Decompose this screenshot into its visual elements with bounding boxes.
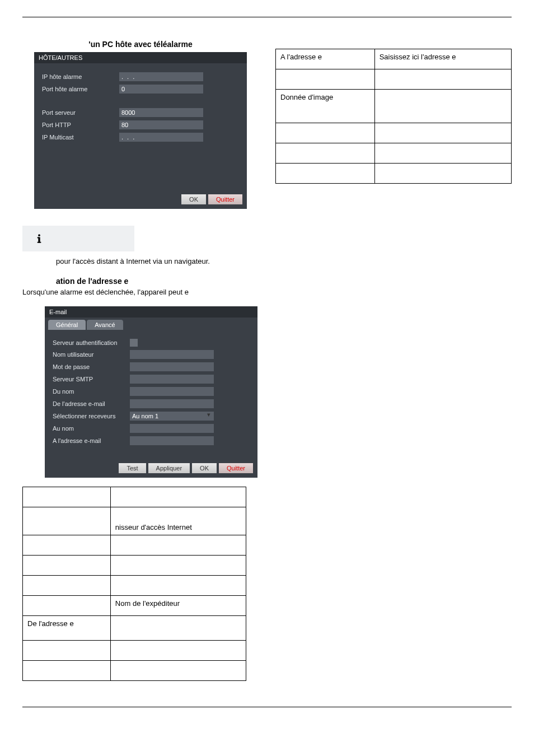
recv-select[interactable]: Au nom 1 bbox=[130, 412, 214, 421]
table-row bbox=[23, 576, 246, 596]
left-doc-table: nisseur d'accès Internet Nom de l'expédi… bbox=[22, 487, 246, 681]
ok-button-2[interactable]: OK bbox=[192, 463, 217, 473]
cell bbox=[374, 143, 511, 164]
info-icon bbox=[22, 226, 134, 251]
info-note-box bbox=[22, 226, 512, 251]
cell bbox=[23, 535, 111, 556]
cell bbox=[110, 661, 246, 681]
table-row bbox=[23, 641, 246, 661]
cell bbox=[374, 90, 511, 123]
cell: Donnée d'image bbox=[276, 90, 375, 123]
cell: Saisissez ici l'adresse e bbox=[374, 49, 511, 69]
ip-hote-label: IP hôte alarme bbox=[42, 73, 115, 80]
cell bbox=[110, 535, 246, 556]
du-nom-label: Du nom bbox=[53, 388, 125, 395]
section1-title: 'un PC hôte avec téléalarme bbox=[22, 40, 259, 49]
cell: De l'adresse e bbox=[23, 616, 111, 641]
cell bbox=[276, 123, 375, 143]
ok-button[interactable]: OK bbox=[181, 194, 206, 204]
table-row: nisseur d'accès Internet bbox=[23, 507, 246, 535]
cell bbox=[23, 661, 111, 681]
a-mail-input[interactable] bbox=[130, 436, 214, 445]
ip-hote-input[interactable]: . . . bbox=[119, 72, 203, 81]
table-row bbox=[276, 69, 512, 90]
tab-general[interactable]: Général bbox=[48, 320, 86, 330]
table-row bbox=[23, 556, 246, 576]
table-row bbox=[276, 143, 512, 164]
pass-label: Mot de passe bbox=[53, 363, 125, 370]
cell bbox=[374, 123, 511, 143]
a-mail-label: A l'adresse e-mail bbox=[53, 437, 125, 444]
de-mail-input[interactable] bbox=[130, 399, 214, 408]
cell bbox=[23, 641, 111, 661]
port-http-input[interactable]: 80 bbox=[119, 120, 203, 129]
svg-rect-3 bbox=[38, 242, 41, 243]
section2-body: Lorsqu'une alarme est déclenchée, l'appa… bbox=[22, 288, 512, 296]
table-row bbox=[276, 164, 512, 184]
ip-multicast-label: IP Multicast bbox=[42, 134, 115, 141]
de-mail-label: De l'adresse e-mail bbox=[53, 400, 125, 407]
port-serveur-input[interactable]: 8000 bbox=[119, 108, 203, 117]
cell bbox=[23, 576, 111, 596]
table-row: Nom de l'expéditeur bbox=[23, 596, 246, 616]
ip-multicast-input[interactable]: . . . bbox=[119, 133, 203, 142]
cell bbox=[276, 143, 375, 164]
port-http-label: Port HTTP bbox=[42, 122, 115, 128]
hote-panel: HÔTE/AUTRES IP hôte alarme . . . Port hô… bbox=[34, 52, 247, 209]
cell: A l'adresse e bbox=[276, 49, 375, 69]
section2-title: ation de l'adresse e bbox=[56, 277, 512, 286]
hote-panel-header: HÔTE/AUTRES bbox=[34, 52, 247, 63]
cell bbox=[23, 556, 111, 576]
svg-rect-2 bbox=[38, 237, 39, 239]
du-nom-input[interactable] bbox=[130, 387, 214, 396]
note-text: pour l'accès distant à Internet via un n… bbox=[56, 257, 512, 265]
cell bbox=[374, 164, 511, 184]
cell bbox=[110, 616, 246, 641]
table-row bbox=[23, 535, 246, 556]
port-hote-input[interactable]: 0 bbox=[119, 85, 203, 94]
cell bbox=[110, 641, 246, 661]
cell bbox=[276, 164, 375, 184]
au-nom-label: Au nom bbox=[53, 425, 125, 432]
cell bbox=[23, 487, 111, 507]
email-panel-header: E-mail bbox=[45, 306, 257, 318]
user-input[interactable] bbox=[130, 350, 214, 359]
pass-input[interactable] bbox=[130, 362, 214, 371]
top-rule bbox=[22, 17, 512, 17]
quitter-button[interactable]: Quitter bbox=[208, 194, 242, 204]
cell bbox=[110, 487, 246, 507]
svg-point-0 bbox=[38, 234, 40, 236]
table-row bbox=[276, 123, 512, 143]
smtp-input[interactable] bbox=[130, 375, 214, 384]
cell: Nom de l'expéditeur bbox=[110, 596, 246, 616]
smtp-label: Serveur SMTP bbox=[53, 376, 125, 382]
quitter-button-2[interactable]: Quitter bbox=[219, 463, 253, 473]
table-row bbox=[23, 661, 246, 681]
test-button[interactable]: Test bbox=[119, 463, 146, 473]
table-row: De l'adresse e bbox=[23, 616, 246, 641]
port-hote-label: Port hôte alarme bbox=[42, 86, 115, 92]
cell bbox=[23, 596, 111, 616]
cell bbox=[276, 69, 375, 90]
user-label: Nom utilisateur bbox=[53, 351, 125, 358]
email-panel: E-mail Général Avancé Serveur authentifi… bbox=[45, 306, 257, 478]
auth-checkbox[interactable] bbox=[130, 339, 138, 347]
au-nom-input[interactable] bbox=[130, 424, 214, 433]
right-doc-table: A l'adresse eSaisissez ici l'adresse e D… bbox=[275, 49, 512, 184]
auth-label: Serveur authentification bbox=[53, 339, 125, 346]
cell bbox=[374, 69, 511, 90]
table-row: A l'adresse eSaisissez ici l'adresse e bbox=[276, 49, 512, 69]
cell bbox=[110, 576, 246, 596]
bottom-rule bbox=[22, 707, 512, 707]
recv-label: Sélectionner receveurs bbox=[53, 413, 125, 419]
cell bbox=[23, 507, 111, 535]
cell: nisseur d'accès Internet bbox=[110, 507, 246, 535]
table-row bbox=[23, 487, 246, 507]
appliquer-button[interactable]: Appliquer bbox=[148, 463, 190, 473]
tab-avance[interactable]: Avancé bbox=[87, 320, 123, 330]
port-serveur-label: Port serveur bbox=[42, 109, 115, 116]
table-row: Donnée d'image bbox=[276, 90, 512, 123]
cell bbox=[110, 556, 246, 576]
